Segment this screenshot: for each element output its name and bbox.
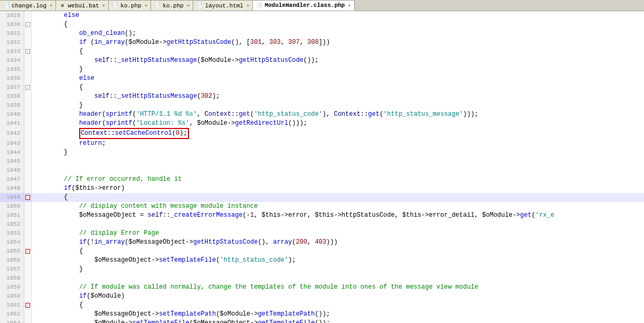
line-number: 1046 [0, 166, 24, 175]
fold-gutter [24, 274, 31, 283]
line-number: 1058 [0, 274, 24, 283]
line-number: 1039 [0, 101, 24, 110]
line-number: 1059 [0, 283, 24, 292]
fold-gutter [24, 38, 31, 47]
fold-icon-red[interactable]: - [25, 249, 30, 254]
fold-icon-red[interactable]: - [25, 303, 30, 308]
code-line: if($this->error) [31, 184, 644, 193]
table-row: 1052 [0, 220, 644, 229]
fold-gutter[interactable]: - [24, 193, 31, 202]
tab-layout-html[interactable]: 📄 layout.html ✕ [193, 0, 253, 11]
line-number: 1049 [0, 193, 24, 202]
tab-bar: 📄 change.log ✕ ⚙ webui.bat ✕ 📄 ko.php ✕ … [0, 0, 644, 11]
code-area[interactable]: 1029 else 1030 - { 1031 ob_end_clean [0, 11, 644, 323]
tab-ko-php-2[interactable]: 📄 ko.php ✕ [151, 0, 193, 11]
fold-gutter[interactable]: - [24, 47, 31, 56]
code-line: // If module was called normally, change… [31, 283, 644, 292]
code-line: if($oModule) [31, 292, 644, 301]
fold-gutter[interactable]: - [24, 83, 31, 92]
line-number: 1041 [0, 119, 24, 128]
tab-close-ko-php-1[interactable]: ✕ [145, 3, 147, 8]
tab-icon-ko-php-1: 📄 [112, 3, 118, 9]
line-number: 1044 [0, 148, 24, 157]
tab-close-ko-php-2[interactable]: ✕ [187, 3, 190, 8]
fold-gutter[interactable]: - [24, 301, 31, 310]
line-number: 1047 [0, 175, 24, 184]
code-line: { [31, 301, 644, 310]
line-number: 1063 [0, 319, 24, 323]
code-line: Context::setCacheControl(0); [31, 128, 644, 139]
tab-close-module-handler[interactable]: ✕ [348, 3, 351, 8]
code-line: { [31, 247, 644, 256]
code-line: $oMessageObject->setTemplateFile('http_s… [31, 256, 644, 265]
table-row: 1053 // display Error Page [0, 229, 644, 238]
line-number: 1056 [0, 256, 24, 265]
table-row: 1048 if($this->error) [0, 184, 644, 193]
code-line: if(!in_array($oMessageObject->getHttpSta… [31, 238, 644, 247]
code-line: { [31, 193, 644, 202]
fold-gutter [24, 319, 31, 323]
fold-gutter [24, 148, 31, 157]
line-number: 1042 [0, 128, 24, 139]
fold-icon[interactable]: - [25, 85, 30, 90]
fold-gutter [24, 238, 31, 247]
fold-gutter [24, 283, 31, 292]
table-row: 1054 if(!in_array($oMessageObject->getHt… [0, 238, 644, 247]
fold-gutter [24, 292, 31, 301]
tab-icon-change-log: 📄 [3, 3, 10, 9]
code-line: { [31, 20, 644, 29]
tab-label-webui-bat: webui.bat [68, 3, 99, 9]
code-line: { [31, 47, 644, 56]
fold-icon[interactable]: - [25, 22, 30, 27]
tab-close-webui-bat[interactable]: ✕ [102, 3, 105, 8]
tab-change-log[interactable]: 📄 change.log ✕ [0, 0, 56, 11]
table-row: 1039 } [0, 101, 644, 110]
table-row: 1029 else [0, 11, 644, 20]
fold-gutter[interactable]: - [24, 20, 31, 29]
table-row: 1034 self::_setHttpStatusMessage($oModul… [0, 56, 644, 65]
line-number: 1048 [0, 184, 24, 193]
table-row: 1044 } [0, 148, 644, 157]
table-row: 1036 else [0, 74, 644, 83]
fold-gutter [24, 101, 31, 110]
table-row: 1045 [0, 157, 644, 166]
line-number: 1045 [0, 157, 24, 166]
line-number: 1037 [0, 83, 24, 92]
tab-label-ko-php-1: ko.php [120, 3, 141, 9]
table-row: 1057 } [0, 265, 644, 274]
fold-gutter [24, 265, 31, 274]
code-line: $oModule->setTemplateFile($oMessageObjec… [31, 319, 644, 323]
line-number: 1050 [0, 202, 24, 211]
fold-icon-red[interactable]: - [25, 195, 30, 200]
table-row: 1042 Context::setCacheControl(0); [0, 128, 644, 139]
table-row: 1059 // If module was called normally, c… [0, 283, 644, 292]
tab-icon-module-handler: 📄 [256, 2, 262, 8]
line-number: 1051 [0, 211, 24, 220]
line-number: 1040 [0, 110, 24, 119]
code-line: } [31, 101, 644, 110]
tab-close-layout-html[interactable]: ✕ [247, 3, 249, 8]
fold-gutter[interactable]: - [24, 247, 31, 256]
tab-close-change-log[interactable]: ✕ [50, 3, 52, 8]
code-table: 1029 else 1030 - { 1031 ob_end_clean [0, 11, 644, 323]
line-number: 1060 [0, 292, 24, 301]
code-line: header(sprintf('Location: %s', $oModule-… [31, 119, 644, 128]
fold-gutter [24, 11, 31, 20]
tab-label-change-log: change.log [12, 3, 46, 9]
table-row: 1049 - { [0, 193, 644, 202]
line-number: 1052 [0, 220, 24, 229]
code-line [31, 274, 644, 283]
code-line: $oMessageObject = self::_createErrorMess… [31, 211, 644, 220]
line-number: 1043 [0, 139, 24, 148]
fold-gutter [24, 220, 31, 229]
table-row: 1063 $oModule->setTemplateFile($oMessage… [0, 319, 644, 323]
code-line: $oMessageObject->setTemplatePath($oModul… [31, 310, 644, 319]
table-row: 1055 - { [0, 247, 644, 256]
tab-module-handler[interactable]: 📄 ModuleHandler.class.php ✕ [253, 0, 354, 11]
code-line: // display content with message module i… [31, 202, 644, 211]
fold-icon[interactable]: - [25, 49, 30, 54]
tab-label-ko-php-2: ko.php [163, 3, 184, 9]
tab-webui-bat[interactable]: ⚙ webui.bat ✕ [56, 0, 109, 11]
fold-gutter [24, 256, 31, 265]
tab-ko-php-1[interactable]: 📄 ko.php ✕ [109, 0, 151, 11]
